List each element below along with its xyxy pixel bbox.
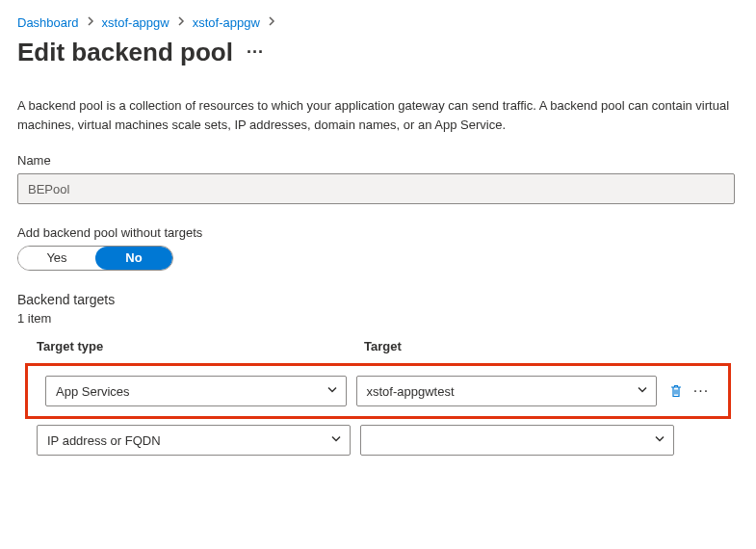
breadcrumb-link-appgw-2[interactable]: xstof-appgw	[193, 15, 260, 30]
target-type-value: App Services	[56, 384, 130, 399]
row-actions: ···	[666, 381, 711, 401]
target-select[interactable]: xstof-appgwtest	[356, 376, 658, 406]
chevron-down-icon	[654, 433, 665, 448]
target-type-select[interactable]: IP address or FQDN	[37, 425, 351, 456]
chevron-right-icon	[266, 15, 277, 30]
table-row: App Services xstof-appgwtest ···	[38, 376, 718, 406]
no-targets-label: Add backend pool without targets	[17, 225, 739, 240]
chevron-right-icon	[85, 15, 96, 30]
target-type-select[interactable]: App Services	[45, 376, 347, 406]
target-type-value: IP address or FQDN	[47, 433, 161, 448]
more-actions-icon[interactable]: ···	[247, 42, 264, 63]
chevron-down-icon	[330, 433, 342, 448]
trash-icon[interactable]	[666, 381, 686, 401]
breadcrumb-link-appgw-1[interactable]: xstof-appgw	[102, 15, 169, 30]
chevron-right-icon	[175, 15, 187, 30]
page-description: A backend pool is a collection of resour…	[17, 96, 730, 134]
chevron-down-icon	[326, 384, 338, 399]
backend-targets-heading: Backend targets	[17, 292, 739, 307]
backend-targets-count: 1 item	[17, 311, 739, 326]
table-row: IP address or FQDN	[17, 419, 739, 461]
toggle-yes[interactable]: Yes	[18, 247, 95, 270]
toggle-no[interactable]: No	[95, 247, 172, 270]
target-value: xstof-appgwtest	[367, 384, 455, 399]
page-title-text: Edit backend pool	[17, 38, 233, 67]
header-target-type: Target type	[37, 339, 364, 353]
header-target: Target	[364, 339, 719, 353]
breadcrumb-link-dashboard[interactable]: Dashboard	[17, 15, 79, 30]
no-targets-toggle[interactable]: Yes No	[17, 246, 173, 271]
target-input[interactable]	[360, 425, 674, 456]
highlighted-target-row: App Services xstof-appgwtest ···	[25, 363, 731, 419]
page-title: Edit backend pool ···	[17, 38, 739, 67]
breadcrumb: Dashboard xstof-appgw xstof-appgw	[17, 15, 739, 30]
targets-header-row: Target type Target	[17, 339, 739, 363]
chevron-down-icon	[637, 384, 648, 399]
name-input[interactable]	[17, 173, 735, 204]
row-more-icon[interactable]: ···	[691, 381, 711, 401]
name-label: Name	[17, 153, 739, 168]
